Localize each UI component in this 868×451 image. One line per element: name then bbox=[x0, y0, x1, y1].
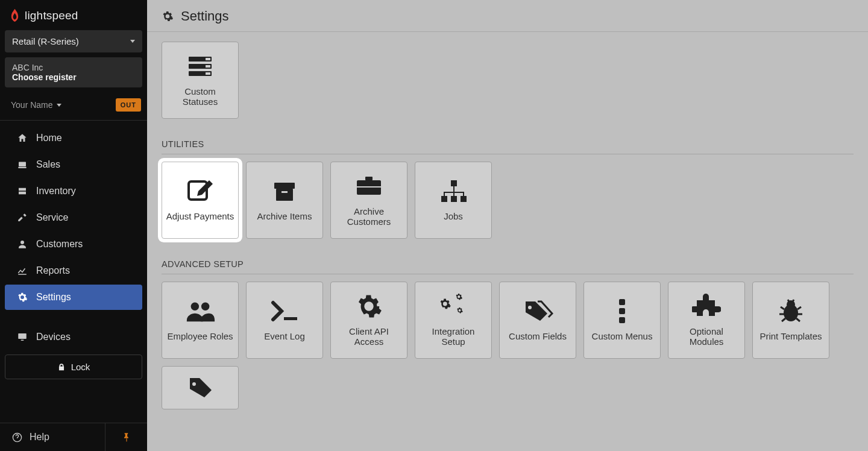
tile-custom-menus[interactable]: Custom Menus bbox=[583, 282, 661, 359]
tile-label: Custom Fields bbox=[509, 331, 567, 341]
sidebar-item-home[interactable]: Home bbox=[5, 125, 142, 151]
sidebar-item-label: Settings bbox=[36, 292, 71, 303]
sidebar-item-label: Home bbox=[36, 133, 62, 144]
svg-rect-22 bbox=[441, 196, 447, 202]
tile-label: Custom Menus bbox=[592, 331, 653, 341]
tile-row-utilities: Adjust Payments Archive Items Archive Cu… bbox=[162, 162, 854, 239]
tile-integration-setup[interactable]: Integration Setup bbox=[415, 282, 492, 359]
bug-icon bbox=[775, 298, 807, 324]
tile-archive-items[interactable]: Archive Items bbox=[246, 162, 323, 239]
tile-optional-modules[interactable]: Optional Modules bbox=[668, 282, 745, 359]
tile-row-advanced: Employee Roles Event Log Client API Acce… bbox=[162, 282, 854, 359]
briefcase-icon bbox=[353, 174, 385, 199]
user-name-label: Your Name bbox=[11, 100, 53, 110]
svg-point-25 bbox=[191, 303, 199, 311]
flame-icon bbox=[10, 8, 20, 23]
tile-client-api-access[interactable]: Client API Access bbox=[330, 282, 407, 359]
svg-rect-29 bbox=[619, 308, 625, 314]
user-icon bbox=[17, 239, 28, 250]
sidebar-item-service[interactable]: Service bbox=[5, 205, 142, 230]
gear-icon bbox=[17, 292, 28, 303]
tile-archive-customers[interactable]: Archive Customers bbox=[330, 162, 407, 239]
tile-label: Jobs bbox=[444, 211, 463, 221]
sidebar-item-inventory[interactable]: Inventory bbox=[5, 178, 142, 204]
help-label: Help bbox=[30, 432, 49, 443]
user-menu[interactable]: Your Name bbox=[11, 100, 61, 110]
svg-rect-6 bbox=[21, 340, 24, 341]
sidebar: lightspeed Retail (R-Series) ABC Inc Cho… bbox=[0, 0, 147, 451]
chevron-down-icon bbox=[57, 104, 61, 107]
svg-point-4 bbox=[20, 241, 24, 244]
gear-icon bbox=[353, 294, 385, 319]
brand-logo[interactable]: lightspeed bbox=[0, 0, 147, 30]
product-switcher[interactable]: Retail (R-Series) bbox=[5, 30, 142, 52]
sidebar-item-label: Customers bbox=[36, 239, 83, 250]
register-org-label: ABC Inc bbox=[12, 63, 135, 72]
tile-adjust-payments[interactable]: Adjust Payments bbox=[162, 162, 239, 239]
register-choose-label: Choose register bbox=[12, 72, 135, 82]
sidebar-item-customers[interactable]: Customers bbox=[5, 232, 142, 257]
tile-label: Event Log bbox=[264, 331, 305, 341]
app-root: lightspeed Retail (R-Series) ABC Inc Cho… bbox=[0, 0, 868, 451]
svg-point-32 bbox=[787, 300, 795, 309]
drawer-icon bbox=[17, 186, 28, 197]
svg-rect-5 bbox=[18, 333, 27, 339]
svg-rect-13 bbox=[206, 72, 210, 75]
tile-print-templates[interactable]: Print Templates bbox=[752, 282, 829, 359]
tile-row-prior: Custom Statuses bbox=[162, 42, 854, 119]
chart-icon bbox=[17, 265, 28, 276]
sidebar-item-reports[interactable]: Reports bbox=[5, 258, 142, 283]
svg-rect-12 bbox=[206, 65, 210, 68]
svg-rect-2 bbox=[19, 188, 26, 191]
sidebar-item-devices[interactable]: Devices bbox=[5, 324, 142, 350]
nav-divider bbox=[0, 311, 147, 323]
tile-custom-fields[interactable]: Custom Fields bbox=[499, 282, 576, 359]
svg-rect-11 bbox=[206, 58, 210, 60]
page-title: Settings bbox=[181, 8, 229, 24]
tile-custom-statuses[interactable]: Custom Statuses bbox=[162, 42, 239, 119]
sidebar-item-label: Devices bbox=[36, 332, 71, 342]
main-panel: Settings Custom Statuses UTILITIES bbox=[147, 0, 868, 451]
hammer-icon bbox=[17, 212, 28, 223]
gear-icon bbox=[162, 10, 174, 22]
tag-icon bbox=[184, 375, 216, 400]
lock-icon bbox=[57, 363, 66, 371]
section-title-utilities: UTILITIES bbox=[162, 139, 854, 149]
svg-rect-18 bbox=[365, 177, 373, 180]
svg-rect-3 bbox=[19, 192, 26, 195]
home-icon bbox=[17, 133, 28, 144]
tile-label: Adjust Payments bbox=[166, 211, 234, 221]
chevron-down-icon bbox=[130, 40, 135, 43]
svg-rect-15 bbox=[274, 183, 295, 189]
section-title-advanced: ADVANCED SETUP bbox=[162, 259, 854, 269]
clock-status-badge[interactable]: OUT bbox=[116, 98, 141, 112]
user-row: Your Name OUT bbox=[0, 92, 147, 120]
tile-event-log[interactable]: Event Log bbox=[246, 282, 323, 359]
tile-jobs[interactable]: Jobs bbox=[415, 162, 492, 239]
tile-label: Custom Statuses bbox=[166, 86, 234, 107]
pin-icon bbox=[122, 432, 131, 442]
archive-icon bbox=[269, 178, 300, 204]
pin-button[interactable] bbox=[105, 423, 147, 451]
svg-point-26 bbox=[201, 303, 209, 311]
tile-label: Archive Items bbox=[257, 211, 312, 221]
sidebar-item-sales[interactable]: Sales bbox=[5, 152, 142, 177]
sidebar-item-settings[interactable]: Settings bbox=[5, 285, 142, 310]
svg-rect-17 bbox=[281, 191, 288, 193]
lock-button[interactable]: Lock bbox=[5, 355, 142, 379]
tile-label: Integration Setup bbox=[419, 326, 488, 347]
page-header: Settings bbox=[147, 0, 868, 32]
tile-employee-roles[interactable]: Employee Roles bbox=[162, 282, 239, 359]
monitor-icon bbox=[17, 332, 28, 342]
help-button[interactable]: Help bbox=[0, 423, 105, 451]
terminal-icon bbox=[269, 298, 300, 324]
tile-partial-tag[interactable] bbox=[162, 366, 239, 409]
sidebar-item-label: Inventory bbox=[36, 186, 76, 197]
svg-rect-27 bbox=[284, 317, 297, 320]
tile-label: Client API Access bbox=[335, 326, 403, 347]
register-icon bbox=[17, 159, 28, 170]
sitemap-icon bbox=[438, 178, 469, 204]
register-selector[interactable]: ABC Inc Choose register bbox=[5, 57, 142, 87]
edit-icon bbox=[184, 178, 216, 204]
tile-label: Employee Roles bbox=[167, 331, 233, 341]
